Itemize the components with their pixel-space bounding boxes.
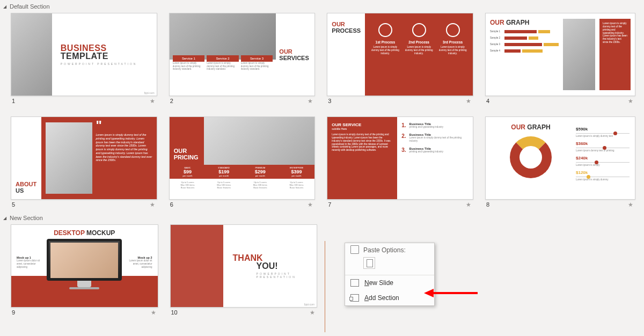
slide-thumbnail-6[interactable]: OURPRICING BASIC$99per month STANDARD$19… [169,116,316,200]
slides-row-2: DESKTOP MOCKUP Mock up 1Lorem ipsum dolo… [0,223,644,319]
menu-label: dd Section [369,294,399,302]
watermark: fppt.com [144,91,154,94]
slide-number: 1 [12,98,15,105]
star-icon[interactable]: ★ [466,98,471,105]
slide10-sub: POWERPOINT PRESENTATION [257,272,307,279]
slide-number: 7 [328,201,331,208]
slide1-image [11,13,52,96]
val: $590k [576,127,630,132]
menu-item-new-slide[interactable]: New Slide [345,275,434,290]
star-icon[interactable]: ★ [308,98,313,105]
slide-thumbnail-3[interactable]: OUR PROCESS 1st ProcessLorem ipsum is si… [327,13,473,96]
slide4-chart: Sample 1 Sample 2 Sample 3 Sample 4 [490,30,559,53]
num-icon: 2. [401,133,406,143]
star-icon[interactable]: ★ [466,201,471,208]
star-icon[interactable]: ★ [310,309,315,316]
slide-number: 3 [328,98,331,105]
menu-item-add-section[interactable]: Add Section [345,290,434,305]
slide8-tb: GRAPH [525,123,551,131]
section-header-default[interactable]: ◢ Default Section [0,0,644,12]
slide1-title2: TEMPLATE [61,52,157,61]
val: $240k [576,156,630,160]
slide3-p1: 1st Process [370,40,400,44]
annotation-arrow-icon [424,288,478,298]
star-icon[interactable]: ★ [150,201,155,208]
slide-cell-6: OURPRICING BASIC$99per month STANDARD$19… [169,116,316,208]
slide2-r2: SERVICES [279,55,309,61]
plan-per: per month [242,174,279,177]
plan-price: $199 [206,169,242,174]
slide10-img [171,225,223,307]
add-section-icon [350,294,359,302]
slide-thumbnail-2[interactable]: Service 1Lorem ipsum is simply dummy tex… [169,13,316,96]
val: $360k [576,141,630,146]
star-icon[interactable]: ★ [150,98,155,105]
slide-cell-5: ABOUTUS " Lorem ipsum is simply dummy te… [11,116,157,208]
bar-label: Sample 3 [490,43,503,46]
slide-number: 9 [12,309,15,316]
process-icon [378,23,392,37]
slide7-body: Lorem ipsum is simply dummy text of the … [332,133,393,152]
plan-per: per month [206,174,242,177]
slide3-proc-body: Lorem ipsum is simply dummy text of the … [370,46,400,55]
slide3-proc-body: Lorem ipsum is simply dummy text of the … [438,46,467,55]
paste-options-row [345,256,434,275]
slide-thumbnail-8[interactable]: OUR GRAPH $590kLorem ipsum is simply dum… [485,116,635,200]
slide-thumbnail-7[interactable]: OUR SERVICE subtitle Here Lorem ipsum is… [327,116,473,200]
slide3-l2: PROCESS [332,27,361,34]
bar-label: Sample 1 [490,30,503,33]
slide-cell-4: OUR GRAPH Sample 1 Sample 2 Sample 3 Sam… [485,13,635,105]
slide9-tb: MOCKUP [85,229,115,237]
context-menu: Paste Options: New Slide Add Section [345,243,435,306]
slide4-rtxt: Lorem ipsum is simply dummy text of the … [603,22,627,44]
slide6-a: OUR [174,148,200,154]
mockup-body: Lorem ipsum dolor sit amet, consectetur … [129,259,152,269]
plan-price: $299 [242,169,279,174]
star-icon[interactable]: ★ [308,201,313,208]
star-icon[interactable]: ★ [151,309,156,316]
menu-label: ew Slide [369,279,393,287]
slide-number: 2 [170,98,173,105]
slide5-body: Lorem ipsum is simply dummy text of the … [96,133,152,162]
slide3-l1: OUR [332,21,361,27]
slide2-body: Lorem ipsum is simply dummy text of the … [173,62,205,71]
mockup-body: Lorem ipsum dolor sit amet, consectetur … [17,259,40,269]
bt-body: printing and typesetting industry [409,150,444,154]
val: $120k [576,170,630,175]
num-icon: 3. [401,147,406,154]
slide-thumbnail-4[interactable]: OUR GRAPH Sample 1 Sample 2 Sample 3 Sam… [485,13,635,96]
slide2-body: Lorem ipsum is simply dummy text of the … [207,62,239,71]
insertion-caret [325,241,325,332]
slide2-svc1: Service 1 [173,55,205,62]
slide-cell-1: BUSINESS TEMPLATE POWERPOINT PRESENTATIO… [11,13,157,105]
star-icon[interactable]: ★ [628,98,633,105]
bt-body: printing and typesetting industry [409,126,444,129]
star-icon[interactable]: ★ [628,201,633,208]
donut-chart [510,136,552,178]
slide-thumbnail-10[interactable]: THANK YOU! POWERPOINT PRESENTATION fppt.… [170,224,318,308]
num-icon: 1. [401,122,406,129]
slide-thumbnail-9[interactable]: DESKTOP MOCKUP Mock up 1Lorem ipsum dolo… [11,224,158,308]
slide-number: 5 [12,201,15,208]
section-label: New Section [10,215,43,221]
slide10-t2: YOU! [257,261,307,271]
section-header-new[interactable]: ◢ New Section [0,211,644,223]
slide9-ta: DESKTOP [54,229,85,237]
target-icon [412,23,426,37]
slide5-b: US [16,187,37,194]
list-icon [446,23,460,37]
slide-cell-3: OUR PROCESS 1st ProcessLorem ipsum is si… [327,13,473,105]
slide-cell-10: THANK YOU! POWERPOINT PRESENTATION fppt.… [170,224,318,316]
collapse-arrow-icon: ◢ [3,216,6,221]
slide5-img [46,122,92,194]
slide5-a: ABOUT [16,181,37,187]
slide7-t: OUR SERVICE [332,122,393,127]
slide-thumbnail-5[interactable]: ABOUTUS " Lorem ipsum is simply dummy te… [11,116,157,200]
bar-label: Sample 4 [490,49,503,52]
slide2-body: Lorem ipsum is simply dummy text of the … [241,62,273,71]
slide1-sub: POWERPOINT PRESENTATION [61,62,157,65]
paste-option-button[interactable] [363,257,375,269]
slide-thumbnail-1[interactable]: BUSINESS TEMPLATE POWERPOINT PRESENTATIO… [11,13,157,96]
slide-number: 10 [171,309,178,316]
slides-row-1: BUSINESS TEMPLATE POWERPOINT PRESENTATIO… [0,12,644,211]
